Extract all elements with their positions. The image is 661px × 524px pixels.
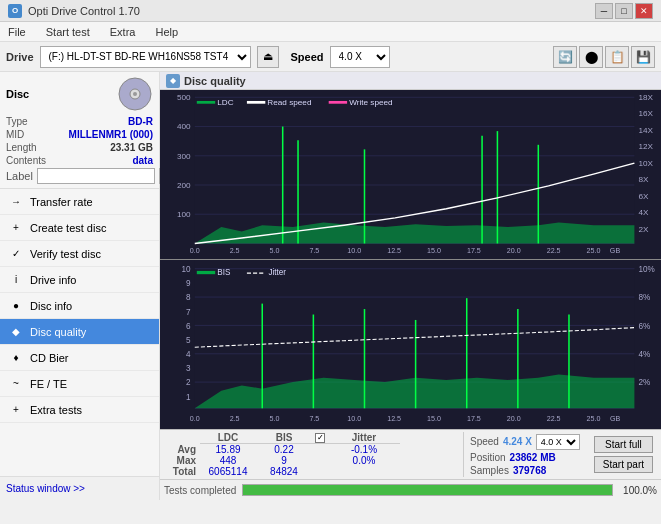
title-bar: O Opti Drive Control 1.70 ─ □ ✕ (0, 0, 661, 22)
total-row: Total 6065114 84824 (164, 466, 459, 477)
position-value: 23862 MB (510, 452, 556, 463)
sidebar-item-disc-quality[interactable]: ◆ Disc quality (0, 319, 159, 345)
sidebar-item-disc-info[interactable]: ● Disc info (0, 293, 159, 319)
svg-text:1: 1 (186, 391, 191, 401)
sidebar-item-fe-te-label: FE / TE (30, 378, 67, 390)
svg-text:0.0: 0.0 (190, 414, 200, 423)
sidebar-item-drive-info-label: Drive info (30, 274, 76, 286)
progress-percent: 100.0% (619, 485, 657, 496)
svg-text:100: 100 (177, 210, 191, 218)
eject-button[interactable]: ⏏ (257, 46, 279, 68)
svg-text:400: 400 (177, 123, 191, 131)
sidebar-item-drive-info[interactable]: i Drive info (0, 267, 159, 293)
toolbar-btn-2[interactable]: ⬤ (579, 46, 603, 68)
extra-tests-icon: + (8, 402, 24, 418)
menu-help[interactable]: Help (151, 24, 182, 40)
svg-text:500: 500 (177, 93, 191, 101)
disc-section: Disc Type BD-R MID MILLENMR1 (000) Lengt… (0, 72, 159, 189)
svg-text:12X: 12X (639, 143, 654, 151)
max-jitter: 0.0% (328, 455, 400, 466)
svg-text:GB: GB (610, 247, 621, 254)
close-button[interactable]: ✕ (635, 3, 653, 19)
stats-table-header: LDC BIS ✓ Jitter (164, 432, 459, 444)
avg-ldc: 15.89 (200, 444, 256, 455)
disc-contents-label: Contents (6, 155, 46, 166)
max-label: Max (164, 455, 200, 466)
svg-text:LDC: LDC (217, 98, 234, 106)
menu-file[interactable]: File (4, 24, 30, 40)
toolbar-btn-3[interactable]: 📋 (605, 46, 629, 68)
sidebar-item-transfer-rate[interactable]: → Transfer rate (0, 189, 159, 215)
samples-label: Samples (470, 465, 509, 476)
sidebar-item-extra-tests[interactable]: + Extra tests (0, 397, 159, 423)
drive-info-icon: i (8, 272, 24, 288)
disc-label-input[interactable] (37, 168, 155, 184)
total-empty (312, 466, 328, 477)
title-bar-left: O Opti Drive Control 1.70 (8, 4, 140, 18)
sidebar-item-verify-test-disc[interactable]: ✓ Verify test disc (0, 241, 159, 267)
sidebar-item-disc-quality-label: Disc quality (30, 326, 86, 338)
stats-row: LDC BIS ✓ Jitter Avg 15.89 0.22 -0.1% (160, 430, 661, 480)
svg-text:15.0: 15.0 (427, 247, 441, 254)
avg-jitter: -0.1% (328, 444, 400, 455)
menu-extra[interactable]: Extra (106, 24, 140, 40)
position-row: Position 23862 MB (470, 452, 580, 463)
svg-text:6%: 6% (639, 320, 651, 330)
start-full-button[interactable]: Start full (594, 436, 653, 453)
cd-bier-icon: ♦ (8, 350, 24, 366)
quality-header-icon: ◆ (166, 74, 180, 88)
svg-text:20.0: 20.0 (507, 414, 521, 423)
sidebar-menu: → Transfer rate + Create test disc ✓ Ver… (0, 189, 159, 476)
total-bis: 84824 (256, 466, 312, 477)
max-empty (312, 455, 328, 466)
avg-bis: 0.22 (256, 444, 312, 455)
start-part-button[interactable]: Start part (594, 456, 653, 473)
sidebar-item-create-test-disc[interactable]: + Create test disc (0, 215, 159, 241)
title-bar-controls: ─ □ ✕ (595, 3, 653, 19)
svg-text:200: 200 (177, 181, 191, 189)
menu-start-test[interactable]: Start test (42, 24, 94, 40)
transfer-rate-icon: → (8, 194, 24, 210)
status-window[interactable]: Status window >> (0, 476, 159, 500)
toolbar-icons: 🔄 ⬤ 📋 💾 (553, 46, 655, 68)
sidebar-item-disc-info-label: Disc info (30, 300, 72, 312)
svg-text:9: 9 (186, 278, 191, 288)
disc-contents-row: Contents data (6, 155, 153, 166)
svg-text:12.5: 12.5 (387, 247, 401, 254)
drive-select[interactable]: (F:) HL-DT-ST BD-RE WH16NS58 TST4 (40, 46, 251, 68)
jitter-header: Jitter (328, 432, 400, 444)
svg-text:8: 8 (186, 292, 191, 302)
svg-rect-45 (197, 101, 215, 104)
disc-info-icon: ● (8, 298, 24, 314)
max-bis: 9 (256, 455, 312, 466)
svg-text:10%: 10% (639, 264, 656, 274)
svg-text:22.5: 22.5 (547, 247, 561, 254)
maximize-button[interactable]: □ (615, 3, 633, 19)
drive-bar: Drive (F:) HL-DT-ST BD-RE WH16NS58 TST4 … (0, 42, 661, 72)
sidebar-item-create-test-disc-label: Create test disc (30, 222, 106, 234)
svg-text:GB: GB (610, 414, 620, 423)
svg-text:8X: 8X (639, 176, 649, 184)
speed-select[interactable]: 4.0 X (330, 46, 390, 68)
max-row: Max 448 9 0.0% (164, 455, 459, 466)
verify-test-disc-icon: ✓ (8, 246, 24, 262)
svg-text:3: 3 (186, 363, 191, 373)
sidebar-item-fe-te[interactable]: ~ FE / TE (0, 371, 159, 397)
position-label: Position (470, 452, 506, 463)
bottom-chart-svg: 10 9 8 7 6 5 4 3 2 1 10% 8% 6% 4% 2% (160, 260, 661, 429)
svg-text:7.5: 7.5 (309, 247, 319, 254)
quality-header-title: Disc quality (184, 75, 246, 87)
disc-type-value: BD-R (128, 116, 153, 127)
sidebar-item-cd-bier[interactable]: ♦ CD Bier (0, 345, 159, 371)
disc-quality-header: ◆ Disc quality (160, 72, 661, 90)
svg-text:7: 7 (186, 306, 191, 316)
svg-text:25.0: 25.0 (587, 247, 601, 254)
jitter-checkbox[interactable]: ✓ (315, 433, 325, 443)
disc-title: Disc (6, 88, 29, 100)
speed-stat-select[interactable]: 4.0 X (536, 434, 580, 450)
toolbar-btn-1[interactable]: 🔄 (553, 46, 577, 68)
toolbar-btn-4[interactable]: 💾 (631, 46, 655, 68)
minimize-button[interactable]: ─ (595, 3, 613, 19)
svg-text:17.5: 17.5 (467, 414, 481, 423)
svg-text:20.0: 20.0 (507, 247, 521, 254)
